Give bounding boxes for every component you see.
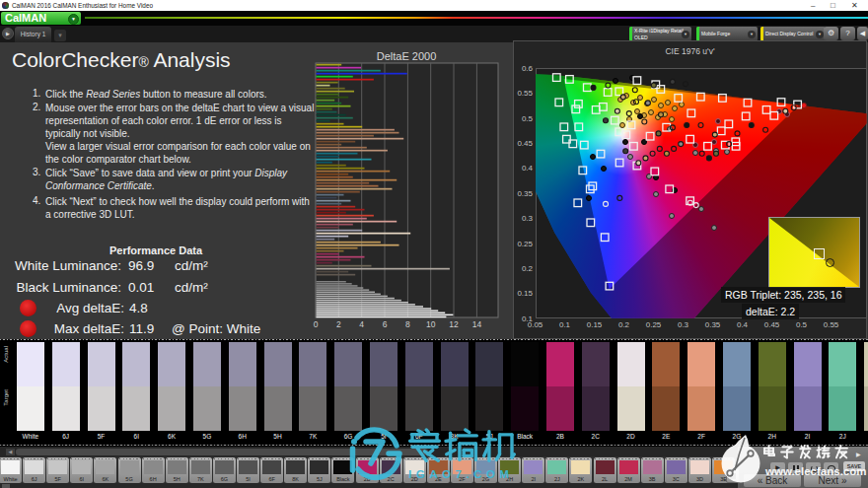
svg-text:DeltaE 2000: DeltaE 2000 (377, 50, 437, 62)
svg-text:14: 14 (472, 319, 482, 329)
svg-text:0: 0 (314, 319, 319, 329)
svg-text:10: 10 (426, 319, 436, 329)
svg-text:6: 6 (383, 319, 388, 329)
svg-text:12: 12 (449, 319, 459, 329)
svg-text:8: 8 (405, 319, 410, 329)
svg-text:4: 4 (359, 319, 364, 329)
svg-text:IGAO7.COM: IGAO7.COM (408, 468, 513, 480)
svg-text:www.elecfans.com: www.elecfans.com (764, 465, 866, 477)
svg-text:2: 2 (336, 319, 341, 329)
